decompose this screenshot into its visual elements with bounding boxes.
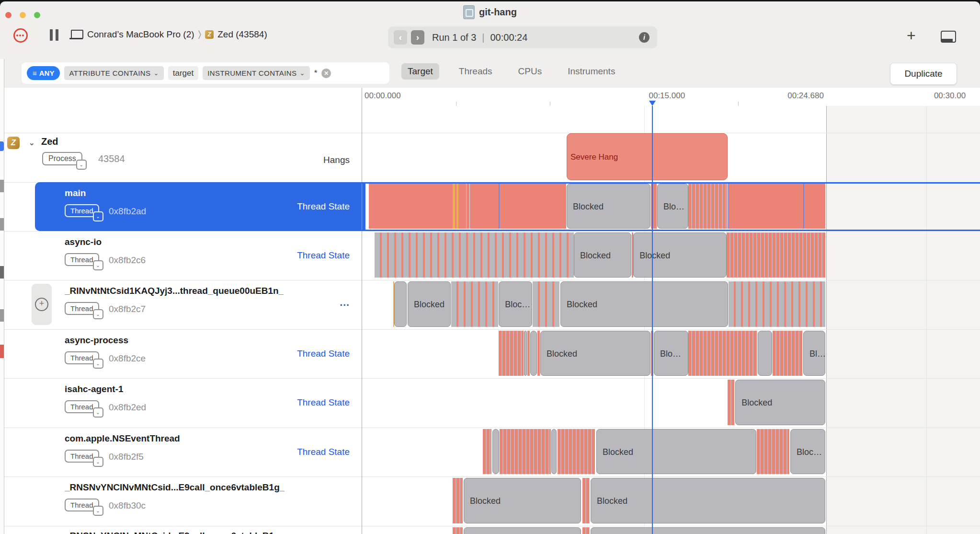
- running-striped-segment[interactable]: [500, 429, 551, 474]
- tab-cpus[interactable]: CPUs: [512, 63, 548, 80]
- blocked-segment[interactable]: Blocked: [596, 429, 756, 474]
- track-detail-link[interactable]: Thread State: [297, 250, 350, 261]
- blocked-segment[interactable]: [464, 527, 581, 534]
- running-segment[interactable]: [537, 331, 540, 376]
- chevron-down-icon[interactable]: ⌄: [93, 506, 103, 516]
- mixed-state-segment[interactable]: [375, 232, 574, 278]
- process-name[interactable]: Zed (43584): [217, 29, 267, 40]
- thread-track-header[interactable]: _RNSNvYNCINvMNtCsid...E9call_once6vtable…: [4, 526, 362, 534]
- running-segment[interactable]: [458, 184, 466, 229]
- next-run-button[interactable]: ›: [411, 30, 424, 45]
- running-striped-segment[interactable]: [773, 331, 802, 376]
- running-striped-segment[interactable]: [757, 429, 789, 474]
- process-kind-pill[interactable]: Process⌄: [42, 152, 82, 165]
- tab-threads[interactable]: Threads: [453, 63, 499, 80]
- thread-kind-pill[interactable]: Thread⌄: [65, 204, 99, 217]
- blocked-segment[interactable]: Blocked: [408, 281, 451, 327]
- blocked-segment[interactable]: [492, 429, 499, 474]
- process-track-header[interactable]: Z⌄ZedProcess⌄43584Hangs: [4, 133, 362, 182]
- running-striped-segment[interactable]: [582, 527, 590, 534]
- chevron-down-icon[interactable]: ⌄: [93, 457, 103, 467]
- thread-track-header[interactable]: +_RINvNtNtCsid1KAQJyj3...thread_queue00u…: [4, 280, 362, 329]
- duplicate-button[interactable]: Duplicate: [890, 63, 957, 85]
- running-striped-segment[interactable]: [727, 232, 825, 278]
- track-timeline[interactable]: BlockedBlo…: [362, 182, 980, 231]
- track-timeline[interactable]: BlockedBloc…: [362, 428, 980, 476]
- thread-kind-pill[interactable]: Thread⌄: [65, 400, 99, 413]
- track-timeline[interactable]: BlockedBlocked: [362, 476, 980, 526]
- blocked-segment[interactable]: Blocked: [567, 184, 650, 229]
- track-timeline[interactable]: BlockedBloc…Blocked: [362, 280, 980, 329]
- running-striped-segment[interactable]: [453, 527, 463, 534]
- previous-run-button[interactable]: ‹: [394, 30, 407, 45]
- thread-track-header[interactable]: isahc-agent-1Thread⌄0x8fb2edThread State: [4, 378, 362, 428]
- clear-filter-icon[interactable]: ✕: [321, 69, 331, 78]
- pause-button[interactable]: [50, 29, 58, 41]
- track-timeline[interactable]: Blocked: [362, 378, 980, 428]
- thread-kind-pill[interactable]: Thread⌄: [65, 351, 99, 364]
- disclosure-chevron-icon[interactable]: ⌄: [29, 139, 35, 147]
- filter-field[interactable]: ≡ ANY ATTRIBUTE CONTAINS ⌄ target INSTRU…: [22, 62, 389, 84]
- track-timeline[interactable]: BlockedBlocked: [362, 231, 980, 280]
- instrument-contains-token[interactable]: INSTRUMENT CONTAINS ⌄: [203, 66, 310, 80]
- match-any-pill[interactable]: ≡ ANY: [27, 66, 60, 80]
- device-name[interactable]: Conrad’s MacBook Pro (2): [87, 29, 194, 40]
- blocked-segment[interactable]: Blocked: [540, 331, 650, 376]
- blocked-segment[interactable]: Bl…: [803, 331, 825, 376]
- info-icon[interactable]: i: [639, 32, 650, 43]
- chevron-down-icon[interactable]: ⌄: [76, 160, 87, 170]
- running-segment[interactable]: [470, 184, 499, 229]
- blocked-segment[interactable]: [758, 331, 772, 376]
- running-striped-segment[interactable]: [582, 478, 590, 523]
- track-detail-link[interactable]: Thread State: [297, 348, 350, 359]
- panel-divider[interactable]: [362, 88, 362, 534]
- thread-track-header[interactable]: async-ioThread⌄0x8fb2c6Thread State: [4, 231, 362, 280]
- thread-track-header[interactable]: com.apple.NSEventThreadThread⌄0x8fb2f5Th…: [4, 428, 362, 476]
- blocked-segment[interactable]: Blo…: [654, 331, 688, 376]
- more-ellipsis-button[interactable]: ⋯: [340, 299, 350, 311]
- thread-kind-pill[interactable]: Thread⌄: [65, 499, 99, 511]
- running-striped-segment[interactable]: [499, 331, 524, 376]
- running-striped-segment[interactable]: [688, 331, 757, 376]
- thread-track-header[interactable]: mainThread⌄0x8fb2adThread State: [4, 182, 362, 231]
- thread-track-header[interactable]: _RNSNvYNCINvMNtCsid...E9call_once6vtable…: [4, 476, 362, 526]
- blocked-segment[interactable]: Blo…: [657, 184, 688, 229]
- blocked-segment[interactable]: Bloc…: [790, 429, 825, 474]
- blocked-segment[interactable]: [551, 429, 557, 474]
- tab-target[interactable]: Target: [401, 63, 439, 80]
- thread-kind-pill[interactable]: Thread⌄: [65, 253, 99, 266]
- target-breadcrumb[interactable]: Conrad’s MacBook Pro (2) 〉 Z Zed (43584): [87, 29, 267, 40]
- chevron-down-icon[interactable]: ⌄: [93, 260, 103, 270]
- thread-track-header[interactable]: async-processThread⌄0x8fb2ceThread State: [4, 329, 362, 378]
- running-striped-segment[interactable]: [728, 380, 734, 425]
- blocked-segment[interactable]: Blocked: [591, 478, 825, 523]
- add-instrument-button[interactable]: +: [907, 27, 916, 45]
- blocked-segment[interactable]: Blocked: [633, 232, 727, 278]
- blocked-segment[interactable]: Bloc…: [499, 281, 532, 327]
- chevron-down-icon[interactable]: ⌄: [93, 407, 103, 418]
- blocked-segment[interactable]: [394, 281, 407, 327]
- blocked-segment[interactable]: [591, 527, 825, 534]
- track-detail-link[interactable]: Thread State: [297, 201, 350, 212]
- track-detail-link[interactable]: Thread State: [297, 397, 350, 408]
- tab-instruments[interactable]: Instruments: [561, 63, 621, 80]
- blocked-segment[interactable]: [530, 331, 537, 376]
- playhead-line[interactable]: [652, 106, 653, 534]
- thread-kind-pill[interactable]: Thread⌄: [65, 450, 99, 463]
- track-detail-link[interactable]: Thread State: [297, 447, 350, 457]
- add-track-button[interactable]: +: [32, 284, 52, 325]
- thread-kind-pill[interactable]: Thread⌄: [65, 302, 99, 315]
- mixed-state-segment[interactable]: [451, 281, 498, 327]
- running-striped-segment[interactable]: [453, 478, 463, 523]
- toggle-bottom-panel-icon[interactable]: [941, 31, 956, 43]
- running-striped-segment[interactable]: [688, 184, 728, 229]
- blocked-segment[interactable]: Blocked: [735, 380, 825, 425]
- running-segment[interactable]: [729, 184, 803, 229]
- running-striped-segment[interactable]: [558, 429, 595, 474]
- mixed-state-segment[interactable]: [533, 281, 559, 327]
- running-striped-segment[interactable]: [483, 429, 491, 474]
- blocked-segment[interactable]: Blocked: [464, 478, 581, 523]
- timeline-ruler[interactable]: 00:00.00000:15.00000:24.68000:30.00: [0, 88, 980, 106]
- track-timeline[interactable]: Severe Hang: [362, 133, 980, 182]
- blocked-segment[interactable]: [524, 331, 527, 376]
